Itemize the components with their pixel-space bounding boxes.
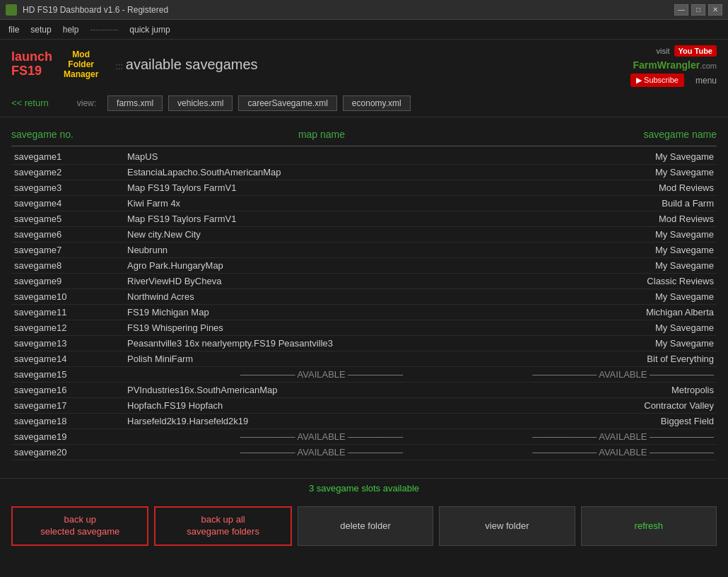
cell-savegame-no: savegame8 — [11, 260, 124, 272]
table-row[interactable]: savegame1 MapUS My Savegame — [11, 149, 717, 165]
cell-savegame-name: My Savegame — [519, 322, 717, 334]
table-row[interactable]: savegame16 PVIndustries16x.SouthAmerican… — [11, 383, 717, 398]
refresh-button[interactable]: refresh — [581, 506, 717, 546]
table-row[interactable]: savegame10 Northwind Acres My Savegame — [11, 289, 717, 305]
cell-savegame-name: Metropolis — [519, 384, 717, 396]
cell-savegame-no: savegame10 — [11, 291, 124, 303]
table-row[interactable]: savegame6 New city.New City My Savegame — [11, 227, 717, 243]
cell-map-name: FS19 Whispering Pines — [124, 322, 519, 334]
table-row[interactable]: savegame18 Harsefeld2k19.Harsefeld2k19 B… — [11, 414, 717, 429]
col-header-map-name: map name — [124, 129, 519, 140]
titlebar: HD FS19 Dashboard v1.6 - Registered — □ … — [0, 0, 728, 20]
table-row[interactable]: savegame12 FS19 Whispering Pines My Save… — [11, 320, 717, 336]
cell-map-name: Polish MiniFarm — [124, 353, 519, 365]
table-row[interactable]: savegame20 —————— AVAILABLE —————— —————… — [11, 445, 717, 460]
cell-savegame-name: My Savegame — [519, 228, 717, 240]
cell-map-name: Northwind Acres — [124, 291, 519, 303]
table-row[interactable]: savegame17 Hopfach.FS19 Hopfach Contract… — [11, 398, 717, 414]
cell-savegame-no: savegame18 — [11, 415, 124, 427]
cell-savegame-no: savegame3 — [11, 182, 124, 194]
cell-savegame-name: Build a Farm — [519, 197, 717, 209]
cell-savegame-no: savegame13 — [11, 337, 124, 349]
table-headers: savegame no. map name savegame name — [11, 123, 717, 146]
cell-map-name: Hopfach.FS19 Hopfach — [124, 400, 519, 412]
cell-savegame-name: Mod Reviews — [519, 213, 717, 225]
subscribe-button[interactable]: ▶ Subscribe — [630, 74, 684, 87]
cell-savegame-no: savegame5 — [11, 213, 124, 225]
cell-savegame-name: ——————— AVAILABLE ——————— — [519, 446, 717, 458]
main-content: savegame no. map name savegame name save… — [0, 117, 728, 478]
tab-vehicles-xml[interactable]: vehicles.xml — [168, 95, 233, 111]
table-row[interactable]: savegame19 —————— AVAILABLE —————— —————… — [11, 429, 717, 445]
cell-savegame-no: savegame17 — [11, 400, 124, 412]
cell-savegame-name: Contractor Valley — [519, 400, 717, 412]
view-tabs: farms.xml vehicles.xml careerSavegame.xm… — [107, 95, 411, 111]
menu-quickjump[interactable]: quick jump — [129, 25, 170, 35]
cell-savegame-name: Biggest Field — [519, 415, 717, 427]
cell-savegame-no: savegame1 — [11, 151, 124, 163]
cell-savegame-no: savegame15 — [11, 368, 124, 380]
close-button[interactable]: ✕ — [708, 4, 722, 16]
cell-savegame-name: Michigan Alberta — [519, 306, 717, 318]
menu-link[interactable]: menu — [695, 76, 717, 86]
mod-folder-manager-button[interactable]: Mod Folder Manager — [64, 49, 98, 79]
cell-map-name: Map FS19 Taylors FarmV1 — [124, 182, 519, 194]
cell-savegame-name: Mod Reviews — [519, 182, 717, 194]
titlebar-title: HD FS19 Dashboard v1.6 - Registered — [23, 5, 168, 15]
table-row[interactable]: savegame3 Map FS19 Taylors FarmV1 Mod Re… — [11, 180, 717, 196]
app-icon — [6, 4, 17, 16]
cell-map-name: PVIndustries16x.SouthAmericanMap — [124, 384, 519, 396]
youtube-badge: You Tube — [674, 45, 717, 57]
tab-career-savegame-xml[interactable]: careerSavegame.xml — [238, 95, 336, 111]
delete-folder-button[interactable]: delete folder — [298, 506, 433, 546]
cell-savegame-no: savegame4 — [11, 197, 124, 209]
cell-savegame-no: savegame19 — [11, 431, 124, 443]
table-row[interactable]: savegame4 Kiwi Farm 4x Build a Farm — [11, 196, 717, 211]
table-row[interactable]: savegame7 Neubrunn My Savegame — [11, 243, 717, 258]
maximize-button[interactable]: □ — [691, 4, 705, 16]
cell-savegame-no: savegame7 — [11, 244, 124, 256]
cell-savegame-name: My Savegame — [519, 151, 717, 163]
cell-savegame-name: My Savegame — [519, 166, 717, 178]
page-title: ::: available savegames — [115, 57, 257, 73]
cell-map-name: Harsefeld2k19.Harsefeld2k19 — [124, 415, 519, 427]
view-label: view: — [77, 98, 96, 108]
header: launch FS19 Mod Folder Manager ::: avail… — [0, 40, 728, 89]
table-row[interactable]: savegame9 RiverViewHD ByCheva Classic Re… — [11, 274, 717, 289]
cell-savegame-name: ——————— AVAILABLE ——————— — [519, 368, 717, 380]
backup-selected-button[interactable]: back up selected savegame — [11, 506, 148, 546]
launch-fs19-button[interactable]: launch FS19 — [11, 50, 52, 78]
menu-file[interactable]: file — [8, 25, 19, 35]
table-row[interactable]: savegame15 —————— AVAILABLE —————— —————… — [11, 367, 717, 383]
tab-farms-xml[interactable]: farms.xml — [107, 95, 163, 111]
youtube-row: visit You Tube — [657, 45, 717, 57]
cell-savegame-no: savegame12 — [11, 322, 124, 334]
view-folder-button[interactable]: view folder — [439, 506, 575, 546]
table-row[interactable]: savegame11 FS19 Michigan Map Michigan Al… — [11, 305, 717, 320]
cell-map-name: —————— AVAILABLE —————— — [124, 446, 519, 458]
cell-savegame-no: savegame20 — [11, 446, 124, 458]
return-button[interactable]: << return — [11, 98, 49, 108]
cell-savegame-name: My Savegame — [519, 244, 717, 256]
table-body: savegame1 MapUS My Savegame savegame2 Es… — [11, 149, 717, 474]
action-buttons: back up selected savegame back up all sa… — [0, 498, 728, 554]
tab-economy-xml[interactable]: economy.xml — [343, 95, 411, 111]
table-row[interactable]: savegame8 Agro Park.HungaryMap My Savega… — [11, 258, 717, 274]
toolbar: << return view: farms.xml vehicles.xml c… — [0, 89, 728, 117]
table-row[interactable]: savegame2 EstanciaLapacho.SouthAmericanM… — [11, 165, 717, 180]
backup-all-button[interactable]: back up all savegame folders — [154, 506, 291, 546]
minimize-button[interactable]: — — [674, 4, 688, 16]
table-row[interactable]: savegame5 Map FS19 Taylors FarmV1 Mod Re… — [11, 211, 717, 227]
col-header-savegame-no: savegame no. — [11, 129, 124, 140]
cell-map-name: FS19 Michigan Map — [124, 306, 519, 318]
cell-map-name: —————— AVAILABLE —————— — [124, 431, 519, 443]
cell-map-name: Neubrunn — [124, 244, 519, 256]
menu-setup[interactable]: setup — [30, 25, 51, 35]
table-row[interactable]: savegame14 Polish MiniFarm Bit of Everyt… — [11, 351, 717, 367]
cell-map-name: MapUS — [124, 151, 519, 163]
table-row[interactable]: savegame13 Peasantville3 16x nearlyempty… — [11, 336, 717, 351]
cell-savegame-no: savegame11 — [11, 306, 124, 318]
header-right: visit You Tube FarmWrangler.com ▶ Subscr… — [630, 45, 717, 87]
menu-help[interactable]: help — [63, 25, 79, 35]
menu-separator: ---------- — [90, 25, 118, 35]
